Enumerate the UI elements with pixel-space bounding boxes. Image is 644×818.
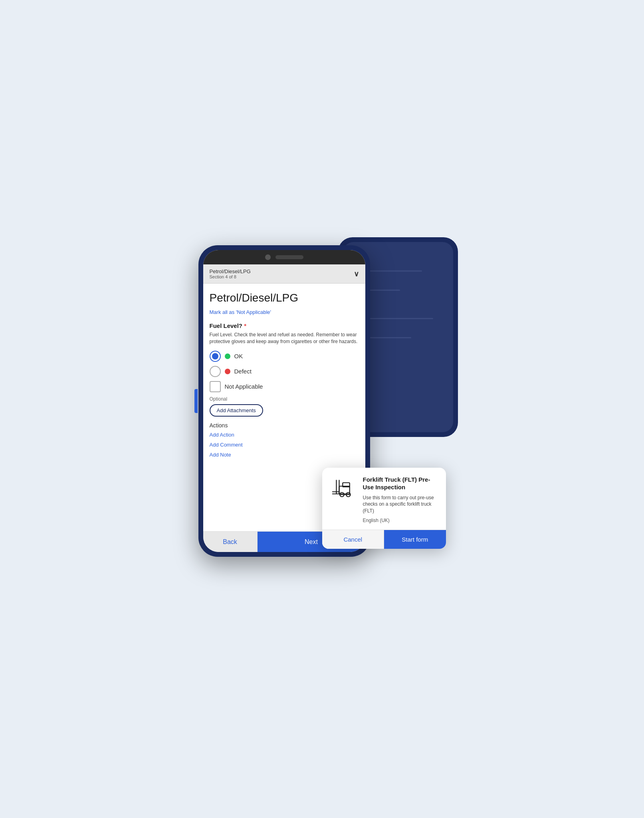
defect-label: Defect	[234, 368, 252, 375]
forklift-icon	[329, 476, 357, 505]
actions-label: Actions	[210, 422, 359, 429]
modal-language: English (UK)	[363, 518, 439, 523]
required-star: *	[244, 322, 246, 329]
ok-radio-inner	[212, 353, 218, 359]
modal-description: Use this form to carry out pre-use check…	[363, 494, 439, 514]
modal-text-group: Forklift Truck (FLT) Pre-Use Inspection …	[363, 476, 439, 523]
add-note-link[interactable]: Add Note	[210, 452, 359, 458]
section-heading: Petrol/Diesel/LPG	[210, 292, 359, 304]
add-action-link[interactable]: Add Action	[210, 432, 359, 438]
question-label: Fuel Level? *	[210, 322, 359, 329]
ok-label: OK	[234, 353, 243, 359]
add-attachments-button[interactable]: Add Attachments	[210, 404, 263, 417]
phone-notch	[203, 250, 365, 264]
notch-speaker	[275, 255, 303, 259]
ok-dot-icon	[225, 353, 230, 359]
chevron-down-icon[interactable]: ∨	[354, 270, 359, 278]
ok-radio[interactable]	[210, 351, 221, 362]
app-header: Petrol/Diesel/LPG Section 4 of 8 ∨	[203, 264, 365, 284]
add-comment-link[interactable]: Add Comment	[210, 442, 359, 448]
optional-label: Optional	[210, 396, 359, 402]
question-text: Fuel Level?	[210, 322, 243, 329]
defect-option-row[interactable]: Defect	[210, 366, 359, 377]
header-text-group: Petrol/Diesel/LPG Section 4 of 8	[210, 268, 251, 279]
modal-body: Forklift Truck (FLT) Pre-Use Inspection …	[322, 468, 446, 530]
start-form-button[interactable]: Start form	[384, 530, 446, 549]
modal-card: Forklift Truck (FLT) Pre-Use Inspection …	[322, 468, 446, 549]
defect-dot-icon	[225, 369, 230, 374]
mark-all-link[interactable]: Mark all as 'Not Applicable'	[210, 309, 359, 315]
scene: Petrol/Diesel/LPG Section 4 of 8 ∨ Petro…	[198, 245, 446, 573]
not-applicable-option-row[interactable]: Not Applicable	[210, 381, 359, 392]
not-applicable-label: Not Applicable	[225, 383, 263, 390]
ok-option-row[interactable]: OK	[210, 351, 359, 362]
defect-radio[interactable]	[210, 366, 221, 377]
not-applicable-checkbox[interactable]	[210, 381, 221, 392]
cancel-button[interactable]: Cancel	[322, 530, 384, 549]
modal-title: Forklift Truck (FLT) Pre-Use Inspection	[363, 476, 439, 491]
header-subtitle: Section 4 of 8	[210, 274, 251, 279]
notch-camera	[265, 254, 271, 260]
back-button[interactable]: Back	[203, 532, 258, 552]
question-description: Fuel Level. Check the level and refuel a…	[210, 332, 359, 345]
modal-footer: Cancel Start form	[322, 530, 446, 549]
header-title: Petrol/Diesel/LPG	[210, 268, 251, 274]
